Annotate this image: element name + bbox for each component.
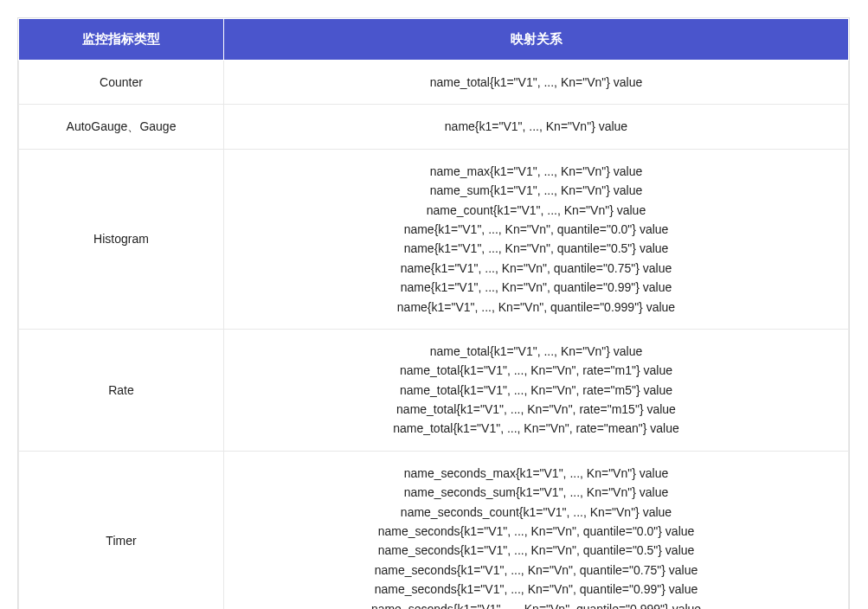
mapping-line: name_total{k1="V1", ..., Kn="Vn", rate="… <box>231 381 841 400</box>
type-cell: Timer <box>19 451 224 609</box>
mapping-line: name_total{k1="V1", ..., Kn="Vn", rate="… <box>231 400 841 419</box>
mapping-line: name_seconds{k1="V1", ..., Kn="Vn", quan… <box>231 541 841 560</box>
mapping-line: name_seconds{k1="V1", ..., Kn="Vn", quan… <box>231 599 841 609</box>
type-cell: Counter <box>19 61 224 105</box>
table-row: Ratename_total{k1="V1", ..., Kn="Vn"} va… <box>19 329 849 451</box>
mapping-cell: name_seconds_max{k1="V1", ..., Kn="Vn"} … <box>224 451 849 609</box>
mapping-line: name{k1="V1", ..., Kn="Vn", quantile="0.… <box>231 278 841 297</box>
mapping-line: name{k1="V1", ..., Kn="Vn", quantile="0.… <box>231 259 841 278</box>
mapping-line: name{k1="V1", ..., Kn="Vn", quantile="0.… <box>231 298 841 317</box>
mapping-line: name_total{k1="V1", ..., Kn="Vn"} value <box>231 342 841 361</box>
table-body: Countername_total{k1="V1", ..., Kn="Vn"}… <box>19 61 849 610</box>
mapping-line: name_total{k1="V1", ..., Kn="Vn", rate="… <box>231 419 841 438</box>
table-row: Histogramname_max{k1="V1", ..., Kn="Vn"}… <box>19 149 849 329</box>
table-row: Countername_total{k1="V1", ..., Kn="Vn"}… <box>19 61 849 105</box>
mapping-line: name_seconds_sum{k1="V1", ..., Kn="Vn"} … <box>231 483 841 502</box>
mapping-line: name_seconds_count{k1="V1", ..., Kn="Vn"… <box>231 503 841 522</box>
mapping-line: name_count{k1="V1", ..., Kn="Vn"} value <box>231 201 841 220</box>
mapping-line: name{k1="V1", ..., Kn="Vn", quantile="0.… <box>231 220 841 239</box>
mapping-line: name_seconds_max{k1="V1", ..., Kn="Vn"} … <box>231 464 841 483</box>
mapping-line: name{k1="V1", ..., Kn="Vn", quantile="0.… <box>231 239 841 258</box>
type-cell: Rate <box>19 329 224 451</box>
mapping-line: name_total{k1="V1", ..., Kn="Vn", rate="… <box>231 361 841 380</box>
mapping-line: name{k1="V1", ..., Kn="Vn"} value <box>231 117 841 136</box>
table-row: Timername_seconds_max{k1="V1", ..., Kn="… <box>19 451 849 609</box>
mapping-cell: name_max{k1="V1", ..., Kn="Vn"} valuenam… <box>224 149 849 329</box>
mapping-line: name_total{k1="V1", ..., Kn="Vn"} value <box>231 73 841 92</box>
mapping-cell: name_total{k1="V1", ..., Kn="Vn"} valuen… <box>224 329 849 451</box>
mapping-cell: name{k1="V1", ..., Kn="Vn"} value <box>224 105 849 149</box>
table-header-row: 监控指标类型 映射关系 <box>19 19 849 61</box>
table-row: AutoGauge、Gaugename{k1="V1", ..., Kn="Vn… <box>19 105 849 149</box>
mapping-line: name_sum{k1="V1", ..., Kn="Vn"} value <box>231 181 841 200</box>
metrics-mapping-table-wrapper: 监控指标类型 映射关系 Countername_total{k1="V1", .… <box>17 17 850 609</box>
header-mapping: 映射关系 <box>224 19 849 61</box>
mapping-line: name_seconds{k1="V1", ..., Kn="Vn", quan… <box>231 522 841 541</box>
header-type: 监控指标类型 <box>19 19 224 61</box>
mapping-line: name_seconds{k1="V1", ..., Kn="Vn", quan… <box>231 561 841 580</box>
mapping-cell: name_total{k1="V1", ..., Kn="Vn"} value <box>224 61 849 105</box>
mapping-line: name_max{k1="V1", ..., Kn="Vn"} value <box>231 162 841 181</box>
type-cell: AutoGauge、Gauge <box>19 105 224 149</box>
type-cell: Histogram <box>19 149 224 329</box>
metrics-mapping-table: 监控指标类型 映射关系 Countername_total{k1="V1", .… <box>18 18 849 609</box>
mapping-line: name_seconds{k1="V1", ..., Kn="Vn", quan… <box>231 580 841 599</box>
